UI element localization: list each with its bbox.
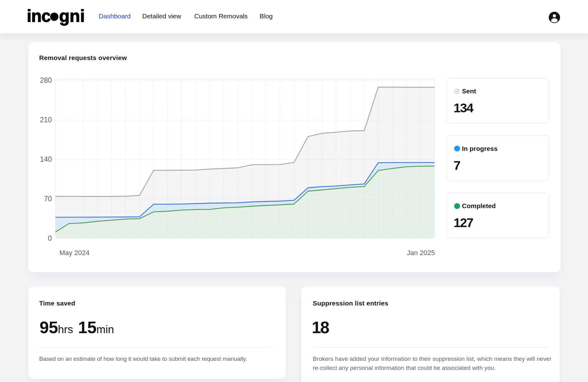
svg-text:0: 0 (48, 234, 52, 242)
svg-text:gni: gni (59, 6, 85, 26)
svg-text:140: 140 (40, 155, 52, 163)
svg-text:280: 280 (40, 76, 52, 84)
svg-text:Jan 2025: Jan 2025 (407, 249, 435, 257)
svg-text:70: 70 (44, 194, 52, 203)
svg-text:May 2024: May 2024 (59, 249, 90, 257)
svg-text:inc: inc (27, 6, 50, 26)
svg-text:210: 210 (40, 116, 52, 124)
